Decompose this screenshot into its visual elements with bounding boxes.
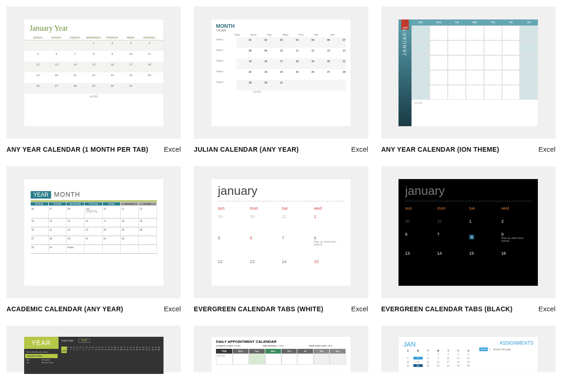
month-vertical: JANUARY [402,27,407,56]
template-grid: January Year SUNDAYMONDAYTUESDAYWEDNESDA… [7,6,555,372]
template-app: Excel [351,145,368,153]
preview-dow-row: SUNDAYMONDAYTUESDAYWEDNESDAYTHURSDAYFRID… [24,35,163,40]
template-title: ANY YEAR CALENDAR (1 MONTH PER TAB) [7,146,148,153]
template-card-evergreen-black[interactable]: january sunmontuewed 303112 6789Pick up … [381,166,555,313]
template-app: Excel [351,305,368,313]
template-card-appointment[interactable]: DAILY APPOINTMENT CALENDAR SCHEDULE STAR… [194,326,368,372]
template-app: Excel [164,305,181,313]
template-card-year-dark[interactable]: YEAR Enter calendar year above Important… [7,326,181,372]
template-card-anyyear[interactable]: January Year SUNDAYMONDAYTUESDAYWEDNESDA… [7,6,181,153]
template-card-julian[interactable]: MONTHYEAR SUNMONTUEWEDTHUFRISAT Week 101… [194,6,368,153]
preview-evergreen-white: january sunmontuewed 2930311 5678Pick up… [211,179,351,286]
template-title: ANY YEAR CALENDAR (ION THEME) [381,146,499,153]
template-thumbnail[interactable]: JAN SMTWTFS12345678910111213141516171819… [381,326,555,372]
preview-month-title: January Year [24,19,163,35]
template-card-evergreen-white[interactable]: january sunmontuewed 2930311 5678Pick up… [194,166,368,313]
template-title: JULIAN CALENDAR (ANY YEAR) [194,146,299,153]
template-thumbnail[interactable]: january sunmontuewed 2930311 5678Pick up… [194,166,368,298]
template-thumbnail[interactable]: YEAR Enter calendar year above Important… [7,326,181,372]
preview-academic: YEARMONTH MONDAYTUESDAYWEDNESDAYTHURSDAY… [24,179,163,286]
template-title: ACADEMIC CALENDAR (ANY YEAR) [7,305,123,313]
preview-assignments: JAN SMTWTFS12345678910111213141516171819… [399,337,538,374]
preview-ion: YEAR JANUARY SUNMONTUEWEDTHUFRISAT NOTES [399,19,538,126]
template-card-academic[interactable]: YEARMONTH MONDAYTUESDAYWEDNESDAYTHURSDAY… [7,166,181,313]
template-thumbnail[interactable]: MONTHYEAR SUNMONTUEWEDTHUFRISAT Week 101… [194,6,368,139]
preview-evergreen-black: january sunmontuewed 303112 6789Pick up … [399,179,538,286]
template-app: Excel [538,305,555,313]
template-title: EVERGREEN CALENDAR TABS (WHITE) [194,305,323,313]
template-thumbnail[interactable]: january sunmontuewed 303112 6789Pick up … [381,166,555,298]
template-app: Excel [538,145,555,153]
preview-julian: MONTHYEAR SUNMONTUEWEDTHUFRISAT Week 101… [211,19,351,126]
template-card-assignments[interactable]: JAN SMTWTFS12345678910111213141516171819… [381,326,555,372]
date-button: DATE [78,339,91,343]
preview-year-dark: YEAR Enter calendar year above Important… [24,337,163,374]
template-card-ion[interactable]: YEAR JANUARY SUNMONTUEWEDTHUFRISAT NOTES [381,6,555,153]
template-thumbnail[interactable]: YEARMONTH MONDAYTUESDAYWEDNESDAYTHURSDAY… [7,166,181,298]
preview-appointment: DAILY APPOINTMENT CALENDAR SCHEDULE STAR… [211,337,351,374]
template-app: Excel [164,145,181,153]
template-thumbnail[interactable]: YEAR JANUARY SUNMONTUEWEDTHUFRISAT NOTES [381,6,555,139]
preview-anyyear: January Year SUNDAYMONDAYTUESDAYWEDNESDA… [24,19,163,126]
template-thumbnail[interactable]: January Year SUNDAYMONDAYTUESDAYWEDNESDA… [7,6,181,139]
template-thumbnail[interactable]: DAILY APPOINTMENT CALENDAR SCHEDULE STAR… [194,326,368,372]
preview-notes-label: NOTES [24,94,163,98]
template-title: EVERGREEN CALENDAR TABS (BLACK) [381,305,513,313]
